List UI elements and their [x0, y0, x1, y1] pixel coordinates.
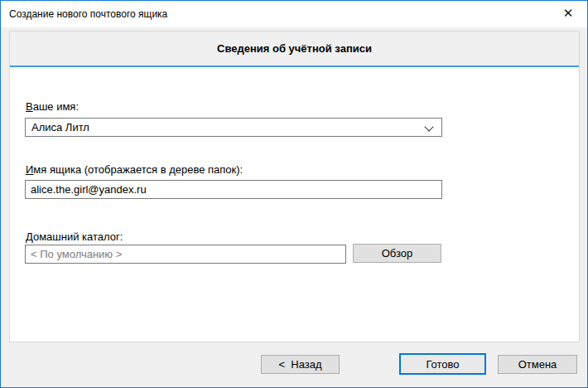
section-header: Сведения об учётной записи	[10, 32, 579, 67]
your-name-combobox[interactable]: Алиса Литл	[25, 118, 442, 137]
window-title: Создание нового почтового ящика	[9, 7, 167, 22]
mailbox-name-label-rest: мя ящика (отображается в дереве папок):	[33, 163, 243, 176]
chevron-down-icon[interactable]	[423, 119, 435, 136]
finish-button[interactable]: Готово	[399, 353, 486, 375]
section-title: Сведения об учётной записи	[217, 42, 372, 55]
your-name-label: Ваше имя:	[26, 101, 79, 113]
browse-button[interactable]: Обзор	[353, 244, 441, 263]
your-name-label-mnemonic: В	[26, 100, 33, 113]
home-directory-input[interactable]	[25, 245, 346, 264]
your-name-label-rest: аше имя:	[33, 100, 79, 113]
your-name-value: Алиса Литл	[31, 119, 89, 136]
footer: < Назад Готово Отмена	[1, 342, 587, 387]
home-directory-label-rest: омашний каталог:	[33, 230, 123, 243]
close-button[interactable]: ✕	[554, 2, 582, 25]
mailbox-name-label: Имя ящика (отображается в дереве папок):	[26, 164, 243, 176]
home-directory-label-mnemonic: Д	[26, 230, 33, 243]
home-directory-label: Домашний каталог:	[26, 231, 123, 243]
cancel-button[interactable]: Отмена	[498, 355, 577, 374]
back-button[interactable]: < Назад	[261, 355, 340, 374]
mailbox-name-label-mnemonic: И	[26, 163, 33, 176]
close-icon: ✕	[563, 6, 574, 21]
title-bar: Создание нового почтового ящика ✕	[1, 1, 587, 27]
mailbox-name-input[interactable]	[25, 180, 442, 199]
dialog-window: Создание нового почтового ящика ✕ Сведен…	[0, 0, 588, 388]
content-panel: Сведения об учётной записи Ваше имя: Али…	[9, 31, 580, 342]
